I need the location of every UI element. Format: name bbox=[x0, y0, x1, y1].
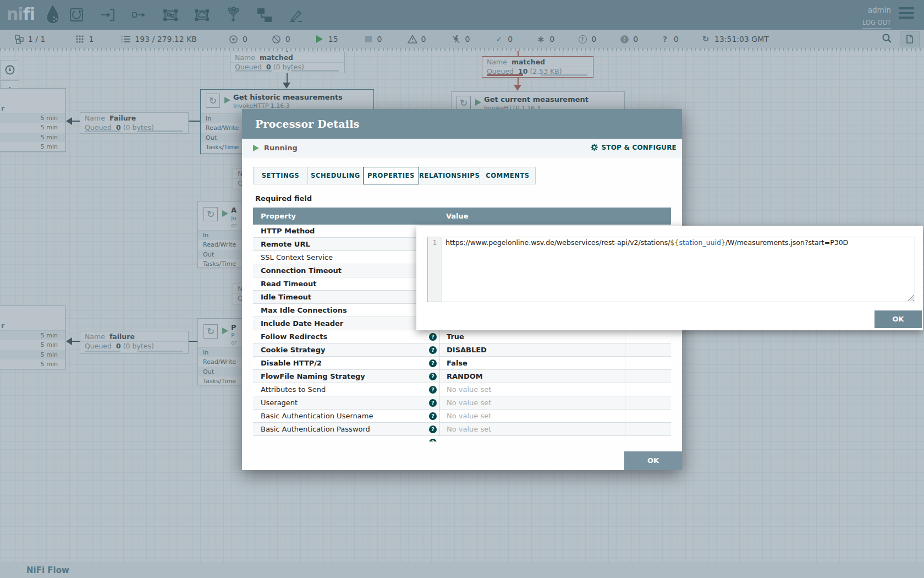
help-icon[interactable]: ? bbox=[429, 346, 437, 354]
value-editor[interactable]: 1 https://www.pegelonline.wsv.de/webserv… bbox=[427, 237, 915, 302]
property-name: Basic Authentication Username bbox=[253, 410, 431, 422]
property-name: Include Date Header bbox=[253, 317, 431, 330]
run-status-text: Running bbox=[264, 144, 298, 152]
property-value[interactable]: RANDOM bbox=[439, 370, 625, 383]
table-row[interactable]: Disable HTTP/2?False bbox=[253, 357, 671, 370]
nifi-app: Namematched Queued0(0 bytes) Namematched… bbox=[0, 0, 924, 578]
property-name: Connection Timeout bbox=[253, 264, 431, 277]
running-icon bbox=[253, 145, 259, 151]
property-name: HTTP Method bbox=[253, 225, 431, 237]
property-name: Idle Timeout bbox=[253, 291, 431, 303]
property-value[interactable]: No value set bbox=[439, 410, 625, 422]
table-row[interactable]: Basic Authentication Password?No value s… bbox=[253, 423, 671, 436]
tab-scheduling[interactable]: SCHEDULING bbox=[307, 167, 364, 184]
value-editor-popup: 1 https://www.pegelonline.wsv.de/webserv… bbox=[416, 226, 923, 330]
dialog-ok-button[interactable]: OK bbox=[624, 451, 682, 470]
property-name: Attributes to Send bbox=[253, 383, 431, 396]
property-name: Basic Authentication Password bbox=[253, 423, 431, 435]
tab-properties[interactable]: PROPERTIES bbox=[363, 167, 419, 184]
property-name: Read Timeout bbox=[253, 277, 431, 290]
help-icon[interactable]: ? bbox=[429, 399, 437, 407]
help-icon[interactable]: ? bbox=[429, 359, 437, 367]
property-name: Useragent bbox=[253, 396, 431, 409]
property-name: FlowFile Naming Strategy bbox=[253, 370, 431, 383]
property-name: Cookie Strategy bbox=[253, 343, 431, 356]
table-row[interactable]: Attributes to Send?No value set bbox=[253, 383, 671, 396]
dialog-title: Processor Details bbox=[255, 109, 682, 139]
help-icon[interactable]: ? bbox=[429, 386, 437, 394]
value-column-header: Value bbox=[446, 208, 469, 225]
property-value[interactable]: No value set bbox=[439, 396, 625, 409]
table-row[interactable]: Follow Redirects?True bbox=[253, 330, 671, 343]
dialog-header: Processor Details bbox=[242, 109, 682, 139]
property-name: Max Idle Connections bbox=[253, 304, 431, 317]
properties-table-header: Property Value bbox=[253, 208, 671, 225]
help-icon[interactable]: ? bbox=[429, 373, 437, 380]
required-field-note: Required field bbox=[255, 194, 312, 203]
table-row[interactable]: Basic Authentication Username?No value s… bbox=[253, 410, 671, 423]
remote-url-value[interactable]: https://www.pegelonline.wsv.de/webservic… bbox=[443, 237, 915, 302]
help-icon[interactable]: ? bbox=[429, 439, 437, 442]
popup-ok-button[interactable]: OK bbox=[875, 310, 922, 328]
property-value[interactable]: No value set bbox=[439, 383, 625, 396]
stop-and-configure-button[interactable]: STOP & CONFIGURE bbox=[590, 143, 676, 151]
help-icon[interactable]: ? bbox=[429, 412, 437, 420]
property-column-header: Property bbox=[261, 208, 296, 225]
help-icon[interactable]: ? bbox=[429, 426, 437, 433]
property-name: Disable HTTP/2 bbox=[253, 357, 431, 369]
property-name: Follow Redirects bbox=[253, 330, 431, 343]
property-name: Remote URL bbox=[253, 238, 431, 250]
property-value[interactable]: False bbox=[439, 357, 625, 369]
dialog-status-row: Running STOP & CONFIGURE bbox=[242, 139, 682, 157]
property-value[interactable]: True bbox=[439, 330, 625, 343]
dialog-tabs: SETTINGS SCHEDULING PROPERTIES RELATIONS… bbox=[253, 167, 535, 184]
resize-handle[interactable] bbox=[908, 295, 914, 301]
tab-settings[interactable]: SETTINGS bbox=[253, 167, 308, 184]
line-number: 1 bbox=[433, 238, 437, 247]
property-value[interactable]: DISABLED bbox=[439, 343, 625, 356]
line-number-gutter: 1 bbox=[428, 237, 442, 302]
tab-comments[interactable]: COMMENTS bbox=[480, 167, 536, 184]
table-row[interactable]: FlowFile Naming Strategy?RANDOM bbox=[253, 370, 671, 383]
table-row[interactable]: Cookie Strategy?DISABLED bbox=[253, 343, 671, 357]
help-icon[interactable]: ? bbox=[429, 333, 437, 341]
property-value[interactable]: No value set bbox=[439, 423, 625, 435]
table-row-clipped[interactable]: ? bbox=[253, 436, 671, 441]
property-name: SSL Context Service bbox=[253, 251, 431, 264]
tab-relationships[interactable]: RELATIONSHIPS bbox=[419, 167, 480, 184]
gear-icon bbox=[590, 143, 598, 151]
table-row[interactable]: Useragent?No value set bbox=[253, 396, 671, 410]
